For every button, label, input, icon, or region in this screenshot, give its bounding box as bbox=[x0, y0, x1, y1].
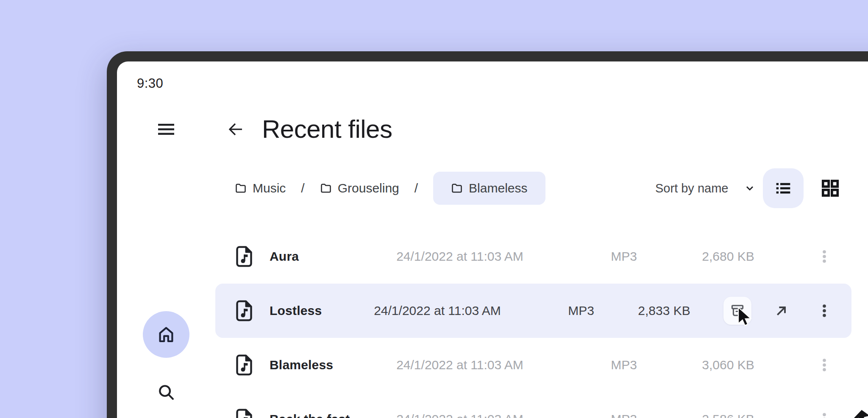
file-name: Aura bbox=[270, 249, 299, 264]
home-icon bbox=[156, 324, 176, 345]
file-date: 24/1/2022 at 11:03 AM bbox=[396, 249, 523, 264]
view-toggle-list-selected[interactable] bbox=[763, 168, 804, 208]
hamburger-icon bbox=[157, 123, 175, 136]
file-name: Blameless bbox=[270, 358, 333, 372]
archive-button[interactable] bbox=[723, 297, 751, 325]
file-name: Back the fast bbox=[270, 412, 350, 418]
file-list: Aura 24/1/2022 at 11:03 AM MP3 2,680 KB bbox=[215, 229, 851, 418]
menu-button[interactable] bbox=[157, 120, 175, 139]
audio-file-icon bbox=[235, 300, 253, 322]
audio-file-icon bbox=[235, 408, 253, 418]
breadcrumb-separator: / bbox=[301, 181, 304, 195]
file-size: 2,833 KB bbox=[638, 304, 690, 318]
file-date: 24/1/2022 at 11:03 AM bbox=[396, 358, 523, 372]
file-type: MP3 bbox=[611, 412, 637, 418]
file-row-aura[interactable]: Aura 24/1/2022 at 11:03 AM MP3 2,680 KB bbox=[215, 229, 851, 284]
more-vertical-icon[interactable] bbox=[815, 301, 834, 320]
rail-home-button[interactable] bbox=[143, 311, 189, 358]
page-title: Recent files bbox=[262, 115, 392, 144]
arrow-back-icon bbox=[225, 119, 246, 139]
file-type: MP3 bbox=[611, 358, 637, 372]
search-icon bbox=[156, 382, 176, 402]
open-in-new-button[interactable] bbox=[772, 301, 791, 320]
sort-label: Sort by name bbox=[655, 181, 728, 195]
breadcrumb-label: Blameless bbox=[469, 181, 527, 195]
status-bar-time: 9:30 bbox=[137, 76, 163, 91]
back-button[interactable] bbox=[224, 117, 248, 141]
more-vertical-icon[interactable] bbox=[815, 356, 834, 374]
audio-file-icon bbox=[235, 354, 253, 376]
open-in-new-icon bbox=[773, 302, 790, 319]
view-toggle-grid[interactable] bbox=[818, 176, 842, 200]
file-size: 2,680 KB bbox=[702, 249, 754, 264]
more-vertical-icon[interactable] bbox=[815, 247, 834, 266]
breadcrumb-label: Music bbox=[253, 181, 286, 195]
chevron-down-icon bbox=[743, 182, 756, 195]
breadcrumb: Music / Grouseling / Blameless bbox=[235, 172, 545, 205]
sort-dropdown[interactable]: Sort by name bbox=[655, 172, 756, 205]
app-screen: 9:30 Recent files bbox=[117, 61, 868, 418]
archive-icon bbox=[730, 303, 745, 318]
file-row-back-the-fast[interactable]: Back the fast 24/1/2022 at 11:03 AM MP3 … bbox=[215, 392, 851, 418]
breadcrumb-item-music[interactable]: Music bbox=[235, 181, 286, 195]
file-date: 24/1/2022 at 11:03 AM bbox=[374, 304, 501, 318]
file-size: 3,060 KB bbox=[702, 358, 754, 372]
breadcrumb-label: Grouseling bbox=[338, 181, 399, 195]
tablet-frame: 9:30 Recent files bbox=[107, 51, 868, 418]
breadcrumb-item-grouseling[interactable]: Grouseling bbox=[320, 181, 399, 195]
breadcrumb-item-blameless-current[interactable]: Blameless bbox=[433, 172, 545, 205]
folder-icon bbox=[451, 182, 463, 194]
breadcrumb-separator: / bbox=[415, 181, 418, 195]
rail-search-button[interactable] bbox=[156, 382, 176, 402]
file-size: 2,586 KB bbox=[702, 412, 754, 418]
file-type: MP3 bbox=[568, 304, 594, 318]
audio-file-icon bbox=[235, 245, 253, 268]
file-row-blameless[interactable]: Blameless 24/1/2022 at 11:03 AM MP3 3,06… bbox=[215, 338, 851, 392]
grid-view-icon bbox=[821, 178, 840, 198]
more-vertical-icon[interactable] bbox=[815, 410, 834, 418]
folder-icon bbox=[320, 182, 332, 194]
file-row-lostless-selected[interactable]: Lostless 24/1/2022 at 11:03 AM MP3 2,833… bbox=[215, 284, 851, 338]
file-type: MP3 bbox=[611, 249, 637, 264]
folder-icon bbox=[235, 182, 247, 194]
list-view-icon bbox=[774, 179, 792, 197]
file-name: Lostless bbox=[270, 304, 322, 318]
file-date: 24/1/2022 at 11:03 AM bbox=[396, 412, 523, 418]
